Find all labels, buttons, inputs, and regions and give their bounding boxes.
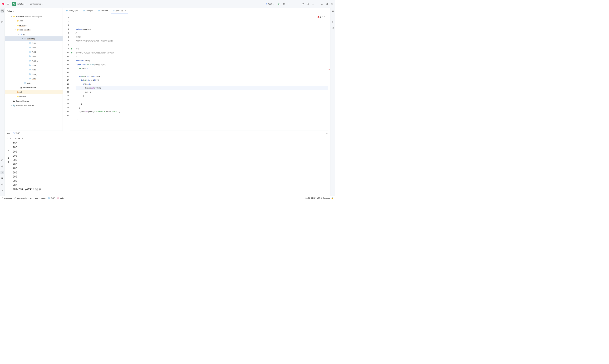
terminal-left-button[interactable] (0, 159, 4, 162)
settings-button[interactable] (311, 2, 315, 6)
tree-node[interactable]: Ⓒ Test4_1 (5, 59, 63, 63)
run-panel-hide[interactable]: — (325, 131, 328, 135)
tree-node[interactable]: ›📎 Scratches and Consoles (5, 103, 63, 107)
gutter-run-icon[interactable] (70, 51, 74, 55)
breadcrumbs[interactable]: ▢ workplace›▢ case-exercise›src›com›zhan… (2, 197, 64, 199)
gutter-run-icon[interactable] (70, 47, 74, 51)
toolbar-more[interactable]: ⋮ (27, 137, 29, 139)
export-button[interactable]: ⇱ (22, 137, 23, 139)
problems-tool-button[interactable] (0, 183, 4, 186)
title-bar: W workplace ⌄ Version control ⌄ ▢ Test7 … (0, 0, 335, 8)
notifications-button[interactable] (331, 9, 335, 13)
error-mark[interactable] (329, 69, 330, 69)
caret-position[interactable]: 16:43 (305, 197, 310, 199)
code-area[interactable]: 1234567891011121314151617181920212223242… (63, 14, 330, 130)
maximize-button[interactable] (325, 2, 328, 6)
minimize-button[interactable] (320, 2, 324, 6)
left-tool-strip: ⋯ (0, 8, 5, 196)
up-button[interactable]: ↑ (8, 142, 9, 144)
tree-node[interactable]: Ⓒ Test3 (5, 50, 63, 54)
ai-button[interactable] (331, 20, 335, 24)
project-selector[interactable]: W workplace ⌄ (11, 2, 28, 6)
code-body[interactable]: ! 2 ˄ ˅ package com.zhang;/*找素数判断101-200… (74, 14, 328, 130)
tree-node[interactable]: ▾🗀 src (5, 32, 63, 36)
tree-node[interactable]: Ⓒ Test5 (5, 63, 63, 67)
indent-info[interactable]: 4 spaces (323, 197, 330, 199)
vcs-tool-button[interactable] (0, 189, 4, 192)
editor-tab[interactable]: ⒸTest6.java (81, 8, 95, 14)
run-panel-title: Run (7, 132, 10, 134)
tree-node[interactable]: ›🗂 External Libraries (5, 99, 63, 103)
readonly-icon[interactable]: 🔓 (331, 197, 333, 199)
run-config-name: Test7 (268, 3, 272, 5)
svg-point-17 (3, 190, 3, 191)
soft-wrap-button[interactable]: ⤶ (7, 150, 9, 152)
line-gutter[interactable]: 1234567891011121314151617181920212223242… (63, 14, 70, 130)
editor-tab[interactable]: ⒸMain.java (96, 8, 110, 14)
run-output[interactable]: 198 200 200 200 200 200 200 200 200 200 … (12, 141, 330, 196)
more-tool-button[interactable]: ⋯ (0, 26, 4, 30)
rerun-button[interactable]: ↻ (7, 137, 8, 139)
project-tool-button[interactable] (0, 9, 4, 13)
stop-button[interactable]: ■ (10, 137, 11, 139)
tree-node[interactable]: Ⓒ Test2 (5, 45, 63, 50)
svg-rect-1 (2, 4, 3, 4)
tree-node[interactable]: Ⓒ Test4 (5, 54, 63, 59)
project-header[interactable]: Project ⌄ (5, 8, 63, 14)
tree-node[interactable]: ▾◉ com.zhang (5, 36, 63, 41)
inspection-badge[interactable]: ! 2 ˄ ˅ (318, 15, 325, 19)
file-encoding[interactable]: UTF-8 (317, 197, 322, 199)
main-menu-button[interactable] (6, 2, 10, 6)
tree-node[interactable]: ▦ case-exercise.iml (5, 85, 63, 90)
tab-more-button[interactable]: ⋮ (327, 10, 330, 14)
run-tab[interactable]: ▢ Test7 × (12, 131, 24, 135)
close-button[interactable] (330, 2, 334, 6)
tree-node[interactable]: ›🗀 out (5, 90, 63, 94)
search-button[interactable] (306, 2, 310, 6)
svg-point-16 (2, 191, 2, 191)
vcs-selector[interactable]: Version control ⌄ (29, 2, 44, 5)
scroll-end-button[interactable]: ⤓ (7, 154, 9, 155)
editor-tab[interactable]: ⒸTest7.java× (111, 8, 128, 14)
database-button[interactable] (331, 26, 335, 30)
more-button[interactable]: ⋮ (287, 2, 291, 6)
code-with-me-button[interactable] (301, 2, 305, 6)
build-tool-button[interactable] (0, 177, 4, 180)
tree-node[interactable]: Ⓒ Test6 (5, 67, 63, 72)
line-separator[interactable]: CRLF (311, 197, 315, 199)
filter-button[interactable]: ▤ (18, 137, 20, 139)
run-gutter[interactable] (70, 14, 74, 130)
tree-node[interactable]: ›📁 array-app (5, 23, 63, 28)
editor-panel: ⒸTest6_1.javaⒸTest6.javaⒸMain.javaⒸTest7… (63, 8, 330, 130)
tree-node[interactable]: Ⓒ Test7 (5, 76, 63, 81)
tree-node[interactable]: ▾📁 case-exercise (5, 28, 63, 32)
run-config-selector[interactable]: ▢ Test7 ⌄ (265, 2, 276, 5)
layout-button[interactable]: ⊞ (15, 137, 16, 139)
tree-node[interactable]: Ⓒ Test1 (5, 41, 63, 45)
run-button[interactable] (277, 2, 281, 6)
project-tree[interactable]: ▾📁 workplace D:\App\IDEA\workplace›📁 .id… (5, 14, 63, 130)
chevron-down-icon: ⌄ (42, 3, 43, 5)
services-left-button[interactable] (0, 165, 4, 168)
debug-button[interactable] (282, 2, 286, 6)
clear-button[interactable]: 🗑 (7, 161, 9, 163)
chevron-down-icon: ⌄ (25, 3, 27, 5)
close-icon[interactable]: × (21, 132, 22, 134)
run-side-toolbar: ↑ ↓ ⤶ ⤓ 🖶 🗑 (5, 141, 12, 196)
tree-node[interactable]: Ⓒ Main (5, 81, 63, 85)
app-logo (1, 2, 5, 6)
editor-tab[interactable]: ⒸTest6_1.java (64, 8, 80, 14)
tree-node[interactable]: ▾📁 workplace D:\App\IDEA\workplace (5, 14, 63, 19)
svg-rect-0 (2, 3, 4, 5)
tree-node[interactable]: Ⓒ Test6_1 (5, 72, 63, 77)
run-tool-button[interactable] (0, 170, 4, 174)
structure-tool-button[interactable] (0, 20, 4, 24)
run-panel-more[interactable]: ⋮ (319, 131, 323, 135)
tree-node[interactable]: ›📁 .idea (5, 19, 63, 23)
chevron-down-icon: ⌄ (13, 10, 14, 12)
close-icon[interactable]: × (125, 10, 126, 12)
error-stripe[interactable] (328, 14, 330, 130)
print-button[interactable]: 🖶 (7, 157, 9, 159)
down-button[interactable]: ↓ (8, 146, 9, 148)
tree-node[interactable]: ›📁 untitled2 (5, 94, 63, 99)
